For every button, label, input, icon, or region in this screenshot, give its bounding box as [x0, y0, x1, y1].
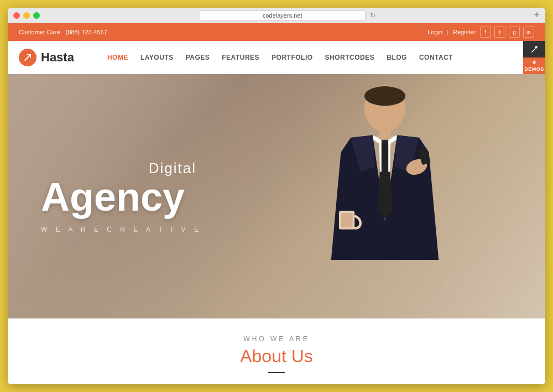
titlebar: codelayers.net ↻ +: [8, 8, 545, 23]
about-title-normal: About: [240, 346, 291, 366]
add-tab-button[interactable]: +: [534, 9, 540, 21]
phone-number: (888) 123-4567: [66, 29, 107, 35]
nav-contact[interactable]: CONTACT: [419, 54, 453, 61]
url-input[interactable]: codelayers.net: [200, 11, 366, 20]
website-content: Customer Care (888) 123-4567 Login | Reg…: [8, 23, 545, 384]
reload-icon[interactable]: ↻: [370, 12, 375, 19]
about-subtitle: Who We Are: [19, 335, 534, 343]
wrench-button[interactable]: [523, 41, 545, 58]
about-divider: [268, 372, 285, 373]
logo-text: Hasta: [41, 50, 74, 65]
svg-rect-2: [379, 129, 390, 139]
customer-care-label: Customer Care: [19, 29, 60, 35]
demos-label: DEMOS: [524, 66, 544, 72]
maximize-button[interactable]: [33, 12, 40, 19]
top-bar-left: Customer Care (888) 123-4567: [19, 29, 107, 35]
hero-subtitle: W e a r e c r e a t i v e: [41, 226, 202, 233]
hero-content: Digital Agency W e a r e c r e a t i v e: [41, 160, 202, 233]
hero-section: Digital Agency W e a r e c r e a t i v e: [8, 74, 545, 318]
social-icons: f t g in: [480, 27, 534, 38]
nav-pages[interactable]: PAGES: [186, 54, 210, 61]
nav-portfolio[interactable]: PORTFOLIO: [272, 54, 313, 61]
url-bar: codelayers.net ↻: [45, 11, 529, 20]
nav-layouts[interactable]: LAYOUTS: [140, 54, 174, 61]
nav-blog[interactable]: BLOG: [387, 54, 407, 61]
svg-point-1: [364, 86, 405, 106]
nav-features[interactable]: FEATURES: [222, 54, 259, 61]
nav-home[interactable]: HOME: [107, 54, 128, 61]
traffic-lights: [13, 12, 40, 19]
close-button[interactable]: [13, 12, 20, 19]
minimize-button[interactable]: [23, 12, 30, 19]
hero-person: [280, 74, 490, 318]
svg-rect-12: [341, 213, 352, 228]
nav-shortcodes[interactable]: SHORTCODES: [325, 54, 375, 61]
logo-icon: [19, 49, 36, 66]
star-icon: ★: [532, 60, 537, 65]
register-link[interactable]: Register: [453, 29, 476, 35]
about-title: About Us: [19, 346, 534, 367]
about-title-accent: Us: [291, 346, 313, 366]
googleplus-icon[interactable]: g: [509, 27, 520, 38]
linkedin-icon[interactable]: in: [523, 27, 534, 38]
top-bar: Customer Care (888) 123-4567 Login | Reg…: [8, 23, 545, 41]
navbar: Hasta HOME LAYOUTS PAGES FEATURES PORTFO…: [8, 41, 545, 74]
hero-title-line2: Agency: [41, 177, 202, 217]
divider: |: [447, 29, 448, 35]
side-tools: ★ DEMOS: [523, 41, 545, 74]
watermark: www.heritagechristiancollege.com: [17, 370, 92, 375]
nav-links: HOME LAYOUTS PAGES FEATURES PORTFOLIO SH…: [107, 54, 453, 61]
facebook-icon[interactable]: f: [480, 27, 491, 38]
login-link[interactable]: Login: [427, 29, 442, 35]
twitter-icon[interactable]: t: [494, 27, 505, 38]
top-bar-right: Login | Register f t g in: [427, 27, 534, 38]
demos-button[interactable]: ★ DEMOS: [523, 58, 545, 74]
logo[interactable]: Hasta: [19, 49, 74, 66]
browser-window: codelayers.net ↻ + Customer Care (888) 1…: [8, 8, 545, 384]
